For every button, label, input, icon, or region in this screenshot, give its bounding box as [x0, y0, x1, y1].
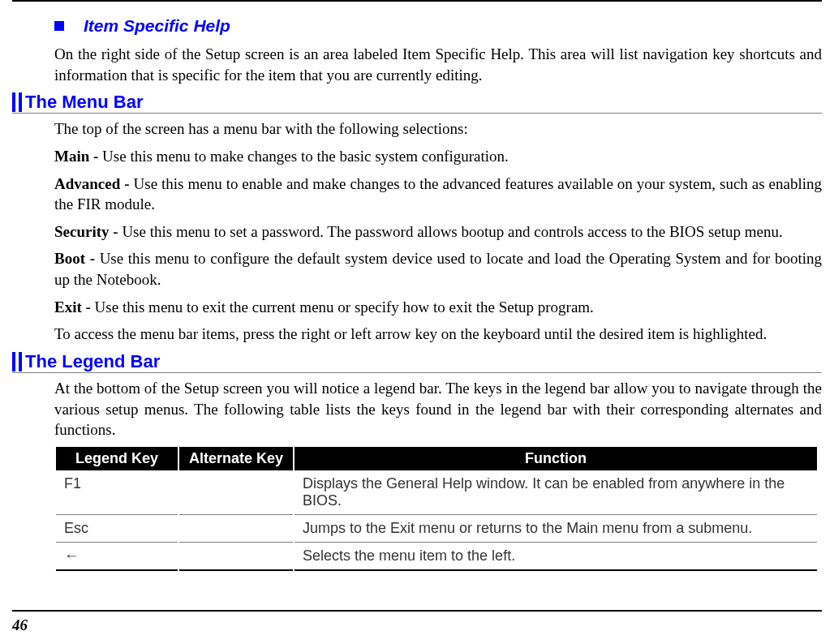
heading-tick-icon: [19, 352, 22, 371]
header-legend-key: Legend Key: [56, 447, 178, 470]
menu-item-boot: Boot - Use this menu to configure the de…: [54, 248, 822, 290]
table-header-row: Legend Key Alternate Key Function: [56, 447, 817, 470]
item-specific-help-heading: Item Specific Help: [54, 16, 822, 36]
table-row: Esc Jumps to the Exit menu or returns to…: [56, 515, 817, 543]
heading-tick-icon: [12, 92, 15, 112]
menu-desc-main: Use this menu to make changes to the bas…: [102, 148, 509, 165]
cell-func-f1: Displays the General Help window. It can…: [294, 470, 817, 515]
page-number: 46: [12, 616, 822, 634]
menu-desc-security: Use this menu to set a password. The pas…: [122, 223, 782, 240]
top-rule: [12, 0, 822, 2]
cell-func-esc: Jumps to the Exit menu or returns to the…: [294, 515, 817, 543]
menu-bar-heading-row: The Menu Bar: [12, 92, 822, 114]
menu-desc-advanced: Use this menu to enable and make changes…: [54, 175, 822, 213]
table-row: F1 Displays the General Help window. It …: [56, 470, 817, 515]
cell-alt-f1: [179, 470, 293, 515]
menu-item-main: Main - Use this menu to make changes to …: [54, 146, 822, 167]
heading-tick-icon: [19, 92, 22, 112]
menu-label-main: Main -: [54, 148, 102, 165]
cell-key-f1: F1: [56, 470, 178, 515]
cell-key-esc: Esc: [56, 515, 178, 543]
heading-tick-icon: [12, 352, 15, 371]
legend-table: Legend Key Alternate Key Function F1 Dis…: [54, 447, 819, 571]
cell-alt-esc: [179, 515, 293, 543]
legend-bar-heading-row: The Legend Bar: [12, 351, 822, 373]
bullet-square-icon: [54, 21, 64, 31]
section1-title: Item Specific Help: [84, 16, 230, 36]
cell-key-left-arrow: ←: [56, 543, 178, 571]
menu-label-security: Security -: [54, 223, 122, 240]
footer-rule: [12, 610, 822, 612]
section2-intro: The top of the screen has a menu bar wit…: [54, 118, 822, 140]
section3-paragraph: At the bottom of the Setup screen you wi…: [54, 378, 822, 440]
section1-paragraph: On the right side of the Setup screen is…: [54, 44, 822, 85]
cell-func-left-arrow: Selects the menu item to the left.: [294, 543, 817, 571]
header-function: Function: [294, 447, 817, 470]
section2-heading: The Menu Bar: [25, 92, 143, 113]
menu-item-security: Security - Use this menu to set a passwo…: [54, 221, 822, 243]
table-row: ← Selects the menu item to the left.: [56, 543, 817, 571]
header-alternate-key: Alternate Key: [179, 447, 293, 470]
menu-desc-exit: Use this menu to exit the current menu o…: [95, 298, 594, 316]
menu-label-advanced: Advanced -: [54, 175, 134, 192]
section2-outro: To access the menu bar items, press the …: [54, 324, 822, 345]
menu-desc-boot: Use this menu to configure the default s…: [54, 250, 822, 288]
menu-label-boot: Boot -: [54, 250, 100, 267]
page-footer: 46: [12, 610, 822, 634]
menu-item-advanced: Advanced - Use this menu to enable and m…: [54, 174, 822, 215]
section3-heading: The Legend Bar: [25, 351, 160, 372]
menu-item-exit: Exit - Use this menu to exit the current…: [54, 297, 822, 318]
cell-alt-left-arrow: [179, 543, 293, 571]
menu-label-exit: Exit -: [54, 298, 95, 316]
